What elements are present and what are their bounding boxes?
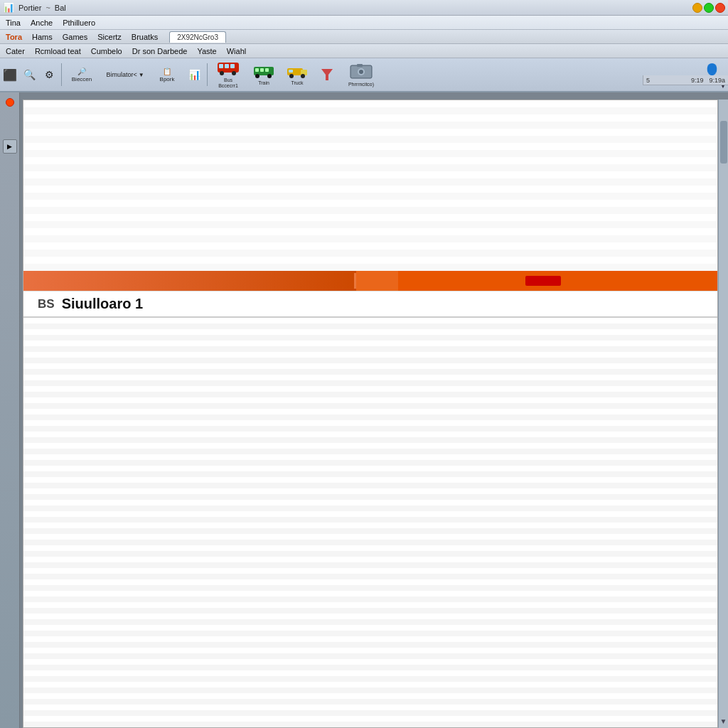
bimulator-label: Bimulator< xyxy=(106,71,136,78)
toolbar-sep-2 xyxy=(207,63,208,86)
svg-rect-9 xyxy=(265,68,269,72)
toolbar-search-icon[interactable]: 🔍 xyxy=(20,65,38,84)
record-indicator xyxy=(6,98,14,107)
svg-rect-21 xyxy=(357,64,363,67)
status-bar: 5 9:19 9:19a xyxy=(643,75,728,85)
small-icon-shape: 📊 xyxy=(188,69,200,80)
top-content-area xyxy=(23,100,717,271)
action-menu-bar: Cater Rcmload teat Cumbelo Dr son Darbed… xyxy=(0,44,728,58)
tab-label: 2X92NcGro3 xyxy=(177,33,218,41)
menu-item-hams[interactable]: Hams xyxy=(28,31,57,43)
maximize-button[interactable] xyxy=(704,3,714,13)
menu-wiahl[interactable]: Wiahl xyxy=(223,46,251,57)
status-date: 9:19a xyxy=(709,77,725,84)
title-bar: 📊 Portier ~ Bal xyxy=(0,0,728,16)
menu-item-sicertz[interactable]: Sicertz xyxy=(93,31,126,43)
toolbar-red-bus-btn[interactable]: BusBccecrr1 xyxy=(210,62,246,87)
scroll-down-arrow[interactable]: ▼ xyxy=(720,717,727,725)
svg-rect-1 xyxy=(219,64,223,68)
progress-gap xyxy=(356,271,398,291)
title-separator: ~ xyxy=(46,4,50,12)
svg-point-4 xyxy=(220,71,224,75)
minimize-button[interactable] xyxy=(692,3,702,13)
toolbar-filter-btn[interactable] xyxy=(314,62,340,87)
menu-item-games[interactable]: Games xyxy=(58,31,92,43)
toolbar-bieccen-btn[interactable]: 🔎 Bieccen xyxy=(65,62,99,87)
row-label-section: BS Siuulloaro 1 xyxy=(23,291,717,318)
toolbar-photo-btn[interactable]: Phrrrncitco) xyxy=(341,62,381,87)
bimulator-dropdown-arrow: ▼ xyxy=(139,72,144,78)
svg-point-20 xyxy=(359,70,363,74)
bus-label: BusBccecrr1 xyxy=(218,77,238,88)
menu-item-pthilluero[interactable]: Pthilluero xyxy=(58,17,100,28)
bieccen-label: Bieccen xyxy=(72,76,92,82)
svg-rect-7 xyxy=(255,68,259,72)
menu-item-bruatks[interactable]: Bruatks xyxy=(127,31,162,43)
svg-rect-8 xyxy=(260,68,264,72)
tab-2x92[interactable]: 2X92NcGro3 xyxy=(169,31,226,43)
svg-point-10 xyxy=(255,74,259,78)
left-sidebar: ▶ xyxy=(0,92,20,728)
photo-label: Phrrrncitco) xyxy=(348,82,374,87)
filter-icon xyxy=(320,68,334,82)
title-window-name: Bal xyxy=(55,4,66,12)
menu-item-tina[interactable]: Tina xyxy=(1,17,25,28)
app-icon: 📊 xyxy=(3,2,14,13)
menu-drson[interactable]: Dr son Darbede xyxy=(128,46,192,57)
svg-rect-3 xyxy=(230,64,235,68)
yellow-truck-icon xyxy=(287,64,308,80)
progress-fill-left xyxy=(23,271,356,291)
toolbar-yellow-truck-btn[interactable]: Truck xyxy=(282,62,313,87)
svg-point-5 xyxy=(232,71,236,75)
svg-point-16 xyxy=(301,74,305,78)
row-bs-label: BS xyxy=(38,297,55,311)
train-label: Train xyxy=(258,80,269,85)
svg-point-15 xyxy=(289,74,294,78)
row-name-label: Siuulloaro 1 xyxy=(62,296,143,312)
menu-yaste[interactable]: Yaste xyxy=(193,46,220,57)
title-app-name: Portier xyxy=(18,4,41,12)
truck-label: Truck xyxy=(291,80,303,85)
menu-cumbelo[interactable]: Cumbelo xyxy=(87,46,127,57)
close-button[interactable] xyxy=(715,3,725,13)
svg-rect-14 xyxy=(289,70,293,73)
sidebar-btn-1[interactable]: ▶ xyxy=(3,139,17,154)
content-panel: BS Siuulloaro 1 xyxy=(23,100,718,728)
striped-content-area xyxy=(23,318,717,727)
toolbar-green-train-btn[interactable]: Train xyxy=(247,62,280,87)
red-bus-icon xyxy=(217,61,240,77)
svg-marker-17 xyxy=(321,69,333,80)
toolbar-small-icon[interactable]: 📊 xyxy=(184,62,204,87)
svg-rect-2 xyxy=(225,64,229,68)
toolbar-sep-1 xyxy=(61,63,62,86)
bieccen-icon: 🔎 xyxy=(77,68,86,75)
green-train-icon xyxy=(253,64,274,80)
toolbar-settings-icon[interactable]: ⚙ xyxy=(40,65,58,84)
status-left-val: 5 xyxy=(646,77,650,84)
toolbar: ⬛ 🔍 ⚙ 🔎 Bieccen Bimulator< ▼ 📋 Bpork 📊 xyxy=(0,58,728,92)
menu-rcmload[interactable]: Rcmload teat xyxy=(31,46,85,57)
bpork-label: Bpork xyxy=(160,76,175,82)
status-time: 9:19 xyxy=(691,77,704,84)
app-label-tora[interactable]: Tora xyxy=(1,31,26,43)
toolbar-status-icon: ⬛ xyxy=(3,68,17,82)
svg-point-11 xyxy=(267,74,272,78)
progress-bar[interactable] xyxy=(23,271,717,291)
photo-icon xyxy=(350,63,373,81)
menu-item-anche[interactable]: Anche xyxy=(26,17,57,28)
bpork-icon: 📋 xyxy=(163,68,171,75)
menu-bar-2: Tora Hams Games Sicertz Bruatks 2X92NcGr… xyxy=(0,30,728,44)
scroll-thumb[interactable] xyxy=(720,121,727,164)
progress-red-indicator xyxy=(525,276,561,286)
toolbar-bimulator-btn[interactable]: Bimulator< ▼ xyxy=(100,62,150,87)
toolbar-bpork-btn[interactable]: 📋 Bpork xyxy=(151,62,183,87)
menu-bar-1: Tina Anche Pthilluero xyxy=(0,16,728,30)
main-area: BS Siuulloaro 1 ▼ xyxy=(20,92,728,728)
scroll-bar[interactable]: ▼ xyxy=(718,100,728,728)
menu-cater[interactable]: Cater xyxy=(1,46,29,57)
